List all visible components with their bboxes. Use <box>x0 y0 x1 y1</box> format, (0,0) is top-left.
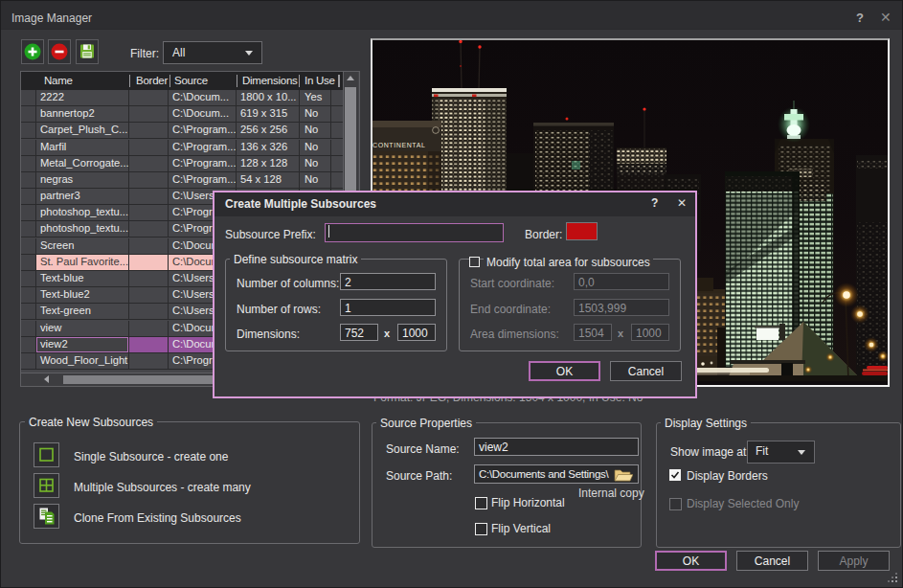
svg-text:CONTINENTAL: CONTINENTAL <box>372 142 425 148</box>
